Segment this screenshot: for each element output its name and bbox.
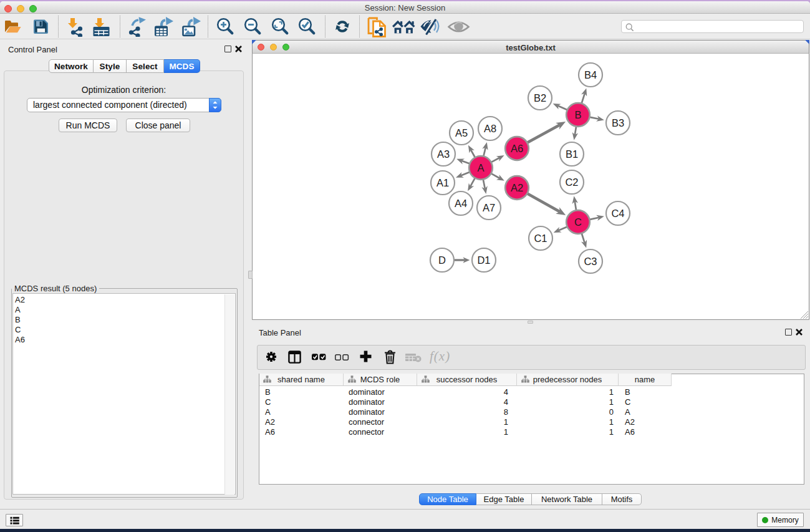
svg-text:A3: A3 <box>437 148 450 160</box>
svg-text:B: B <box>574 109 581 120</box>
svg-text:A5: A5 <box>455 127 468 138</box>
svg-text:C: C <box>574 216 582 228</box>
svg-text:B3: B3 <box>612 117 624 128</box>
svg-text:C1: C1 <box>534 233 547 244</box>
svg-text:A8: A8 <box>484 123 496 134</box>
svg-text:A: A <box>477 162 484 173</box>
svg-text:A6: A6 <box>511 143 523 154</box>
svg-text:B4: B4 <box>584 69 597 80</box>
svg-text:C4: C4 <box>611 208 624 219</box>
svg-text:C2: C2 <box>565 177 578 188</box>
svg-text:A7: A7 <box>483 202 495 213</box>
svg-text:B2: B2 <box>534 92 546 104</box>
svg-text:A1: A1 <box>436 177 449 188</box>
svg-text:C3: C3 <box>584 256 597 267</box>
svg-text:A2: A2 <box>511 182 523 193</box>
svg-text:A4: A4 <box>455 198 467 209</box>
svg-text:B1: B1 <box>566 148 578 160</box>
svg-text:D: D <box>438 254 446 266</box>
svg-text:D1: D1 <box>477 254 490 266</box>
